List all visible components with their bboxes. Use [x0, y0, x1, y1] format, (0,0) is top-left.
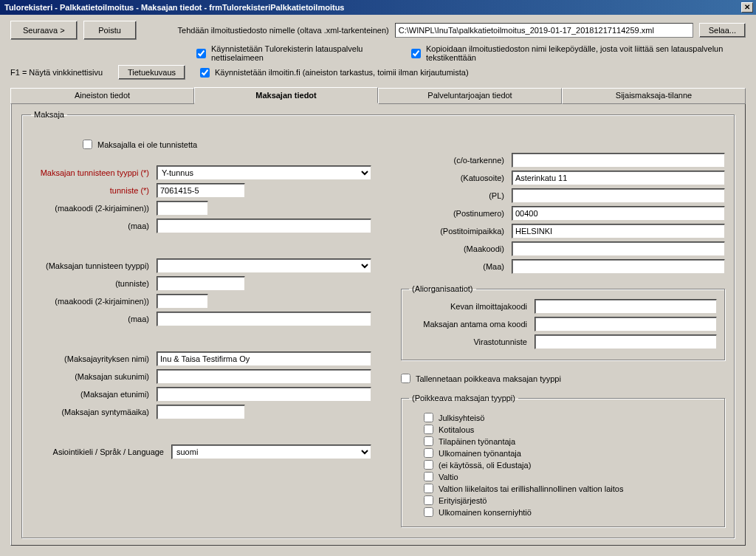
lbl-maakoodi: (Maakoodi): [401, 244, 512, 253]
cb-erityisjarjesto[interactable]: Erityisjärjestö: [424, 495, 717, 505]
input-maakoodi2b[interactable]: [157, 294, 208, 309]
lbl-ptp: (Postitoimipaikka): [401, 227, 512, 236]
lbl-katu: (Katuosoite): [401, 174, 512, 182]
lbl-kieli: Asiointikieli / Språk / Language: [31, 447, 171, 456]
input-co[interactable]: [512, 153, 725, 168]
lbl-etunimi: (Maksajan etunimi): [31, 390, 157, 399]
lbl-virasto: Virastotunniste: [409, 337, 535, 346]
cb-launch-upload[interactable]: Käynnistetään Tulorekisterin latauspalve…: [196, 44, 399, 62]
select-id-type[interactable]: Y-tunnus: [157, 165, 371, 180]
window-titlebar: Tulorekisteri - Palkkatietoilmoitus - Ma…: [0, 0, 756, 15]
cb-kotitalous[interactable]: Kotitalous: [424, 425, 717, 434]
tab-panel: Maksaja Maksajalla ei ole tunnistetta Ma…: [10, 103, 746, 546]
input-tunniste2[interactable]: [157, 276, 245, 291]
lbl-tunniste2: (tunniste): [31, 279, 157, 288]
aliorg-fieldset: (Aliorganisaatiot) Kevan ilmoittajakoodi…: [401, 284, 725, 360]
cb-save-poikkeava[interactable]: Tallennetaan poikkeava maksajan tyyppi: [401, 374, 725, 383]
lbl-oma: Maksajan antama oma koodi: [409, 320, 535, 329]
lbl-id-type2: (Maksajan tunnisteen tyyppi): [31, 261, 157, 270]
file-path-input[interactable]: [395, 23, 693, 38]
browse-button[interactable]: Selaa...: [699, 23, 746, 38]
close-icon[interactable]: ✕: [741, 2, 753, 13]
cb-edustaja[interactable]: (ei käytössä, oli Edustaja): [424, 460, 717, 470]
tab-maksajan-tiedot[interactable]: Maksajan tiedot: [194, 87, 378, 103]
poikkeava-fieldset: (Poikkeava maksajan tyyppi) Julkisyhteis…: [401, 394, 725, 527]
lbl-sukunimi: (Maksajan sukunimi): [31, 372, 157, 381]
input-etunimi[interactable]: [157, 387, 371, 402]
lbl-id-type: Maksajan tunnisteen tyyppi (*): [31, 168, 157, 177]
lbl-yritys: (Maksajayrityksen nimi): [31, 354, 157, 363]
lbl-maakoodi2: (maakoodi (2-kirjaiminen)): [31, 204, 157, 213]
input-ptp[interactable]: [512, 224, 725, 238]
input-syntyma[interactable]: [157, 405, 245, 419]
input-maakoodi2[interactable]: [157, 201, 208, 216]
header-area: Seuraava > Poistu Tehdään ilmoitustiedos…: [0, 15, 756, 83]
input-oma[interactable]: [535, 317, 717, 332]
poikkeava-legend: (Poikkeava maksajan tyyppi): [409, 394, 518, 402]
input-maakoodi-r[interactable]: [512, 241, 725, 256]
cb-valtion-liikelaitos[interactable]: Valtion liikelaitos tai erillishallinnol…: [424, 484, 717, 493]
cb-valtio[interactable]: Valtio: [424, 472, 717, 481]
next-button[interactable]: Seuraava >: [10, 21, 78, 40]
lbl-maa2: (maa): [31, 315, 157, 323]
window-title: Tulorekisteri - Palkkatietoilmoitus - Ma…: [3, 3, 741, 12]
exit-button[interactable]: Poistu: [83, 21, 137, 40]
lbl-keva: Kevan ilmoittajakoodi: [409, 302, 535, 311]
select-language[interactable]: suomi: [171, 445, 371, 459]
tab-bar: Aineiston tiedot Maksajan tiedot Palvelu…: [10, 87, 746, 103]
select-id-type2[interactable]: [157, 258, 371, 273]
tab-sijaismaksaja[interactable]: Sijaismaksaja-tilanne: [562, 88, 746, 104]
input-katu[interactable]: [512, 171, 725, 185]
input-maa-r[interactable]: [512, 259, 725, 274]
input-keva[interactable]: [535, 299, 717, 314]
input-maa[interactable]: [157, 219, 371, 233]
lbl-tunniste: tunniste (*): [31, 186, 157, 195]
lbl-maa-r: (Maa): [401, 262, 512, 271]
input-pl[interactable]: [512, 188, 725, 203]
lbl-syntyma: (Maksajan syntymäaika): [31, 408, 157, 416]
cb-ulkomainen-konserni[interactable]: Ulkomainen konserniyhtiö: [424, 507, 717, 517]
tietuekuvaus-button[interactable]: Tietuekuvaus: [118, 65, 185, 80]
input-sukunimi[interactable]: [157, 369, 371, 384]
input-maa2[interactable]: [157, 312, 371, 326]
maksaja-legend: Maksaja: [31, 110, 67, 119]
cb-no-identifier[interactable]: Maksajalla ei ole tunnistetta: [83, 140, 197, 149]
aliorg-legend: (Aliorganisaatiot): [409, 284, 476, 293]
cb-ulkomainen-tyonantaja[interactable]: Ulkomainen työnantaja: [424, 448, 717, 458]
cb-julkisyhteiso[interactable]: Julkisyhteisö: [424, 413, 717, 422]
file-label: Tehdään ilmoitustiedosto nimelle (oltava…: [178, 26, 389, 35]
cb-tilapainen[interactable]: Tilapäinen työnantaja: [424, 436, 717, 446]
tab-palveluntarjoajan-tiedot[interactable]: Palveluntarjoajan tiedot: [378, 88, 562, 104]
maksaja-fieldset: Maksaja Maksajalla ei ole tunnistetta Ma…: [21, 110, 735, 538]
lbl-postinro: (Postinumero): [401, 209, 512, 218]
input-postinro[interactable]: [512, 206, 725, 221]
cb-launch-ilmoitin[interactable]: Käynnistetään ilmoitin.fi (aineiston tar…: [200, 68, 469, 78]
lbl-maakoodi2b: (maakoodi (2-kirjaiminen)): [31, 297, 157, 306]
input-yritys[interactable]: [157, 351, 371, 366]
tab-aineiston-tiedot[interactable]: Aineiston tiedot: [10, 88, 194, 104]
lbl-pl: (PL): [401, 191, 512, 200]
lbl-co: (c/o-tarkenne): [401, 156, 512, 165]
lbl-maa: (maa): [31, 222, 157, 230]
cb-copy-clipboard[interactable]: Kopioidaan ilmoitustiedoston nimi leikep…: [411, 44, 746, 62]
f1-hint: F1 = Näytä vinkkinettisivu: [10, 68, 106, 77]
input-virasto[interactable]: [535, 334, 717, 349]
input-tunniste[interactable]: [157, 183, 245, 198]
